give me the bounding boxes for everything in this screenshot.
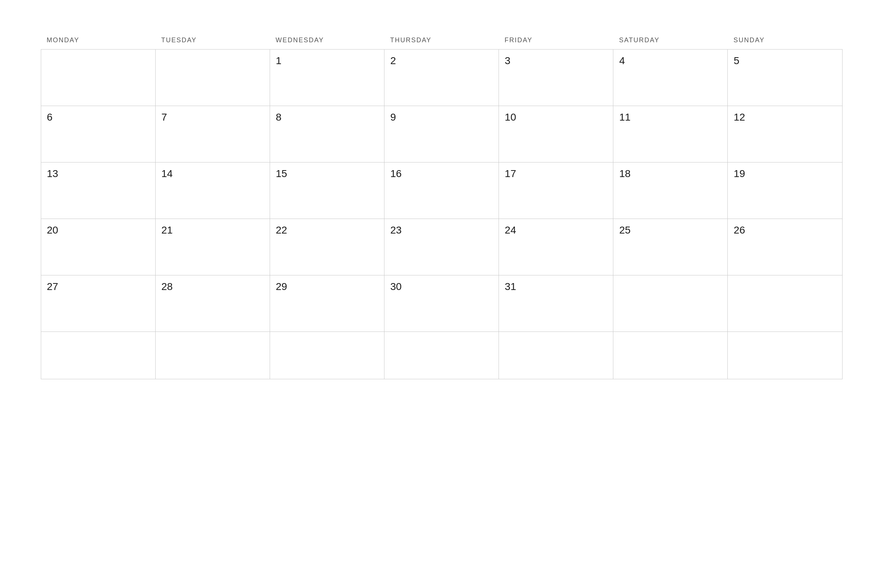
calendar-day-1[interactable]: 1 [270, 50, 384, 106]
calendar-day-21[interactable]: 21 [155, 219, 270, 275]
calendar-week-row: 13141516171819 [41, 162, 842, 219]
calendar-day-4[interactable]: 4 [613, 50, 728, 106]
calendar-day-20[interactable]: 20 [41, 219, 155, 275]
calendar-day-28[interactable]: 28 [155, 275, 270, 332]
calendar-day-11[interactable]: 11 [613, 106, 728, 162]
calendar-day-15[interactable]: 15 [270, 162, 384, 219]
day-number: 16 [390, 168, 402, 179]
day-number: 27 [47, 281, 58, 292]
day-number: 12 [734, 111, 745, 123]
day-number: 4 [619, 55, 625, 66]
day-number: 1 [276, 55, 282, 66]
calendar-day-19[interactable]: 19 [728, 162, 842, 219]
calendar-empty-cell [613, 275, 728, 332]
day-number: 14 [161, 168, 173, 179]
day-number: 25 [619, 224, 631, 236]
calendar-grid: MONDAYTUESDAYWEDNESDAYTHURSDAYFRIDAYSATU… [41, 33, 842, 379]
calendar-day-18[interactable]: 18 [613, 162, 728, 219]
day-number: 10 [505, 111, 516, 123]
calendar-empty-cell [499, 332, 613, 379]
calendar-empty-cell [155, 332, 270, 379]
calendar-day-10[interactable]: 10 [499, 106, 613, 162]
day-number: 11 [619, 111, 631, 123]
day-number: 18 [619, 168, 631, 179]
day-number: 29 [276, 281, 287, 292]
day-number: 15 [276, 168, 287, 179]
day-number: 7 [161, 111, 167, 123]
calendar-day-22[interactable]: 22 [270, 219, 384, 275]
calendar-container: MONDAYTUESDAYWEDNESDAYTHURSDAYFRIDAYSATU… [41, 33, 842, 379]
calendar-day-2[interactable]: 2 [384, 50, 499, 106]
day-number: 6 [47, 111, 53, 123]
calendar-empty-cell [41, 50, 155, 106]
calendar-day-16[interactable]: 16 [384, 162, 499, 219]
calendar-empty-cell [728, 275, 842, 332]
day-header-monday: MONDAY [41, 33, 155, 50]
day-number: 20 [47, 224, 58, 236]
calendar-week-row: 2728293031 [41, 275, 842, 332]
day-number: 24 [505, 224, 516, 236]
calendar-week-row [41, 332, 842, 379]
day-number: 13 [47, 168, 58, 179]
day-header-saturday: SATURDAY [613, 33, 728, 50]
day-number: 19 [734, 168, 745, 179]
day-number: 28 [161, 281, 173, 292]
day-number: 2 [390, 55, 396, 66]
day-header-wednesday: WEDNESDAY [270, 33, 384, 50]
calendar-empty-cell [270, 332, 384, 379]
calendar-day-30[interactable]: 30 [384, 275, 499, 332]
calendar-week-row: 12345 [41, 50, 842, 106]
day-number: 26 [734, 224, 745, 236]
calendar-empty-cell [384, 332, 499, 379]
calendar-day-17[interactable]: 17 [499, 162, 613, 219]
calendar-day-12[interactable]: 12 [728, 106, 842, 162]
day-header-thursday: THURSDAY [384, 33, 499, 50]
day-number: 8 [276, 111, 282, 123]
day-header-sunday: SUNDAY [728, 33, 842, 50]
calendar-empty-cell [613, 332, 728, 379]
day-number: 22 [276, 224, 287, 236]
calendar-day-5[interactable]: 5 [728, 50, 842, 106]
calendar-day-23[interactable]: 23 [384, 219, 499, 275]
calendar-day-8[interactable]: 8 [270, 106, 384, 162]
day-number: 30 [390, 281, 402, 292]
calendar-day-13[interactable]: 13 [41, 162, 155, 219]
day-number: 17 [505, 168, 516, 179]
days-of-week-row: MONDAYTUESDAYWEDNESDAYTHURSDAYFRIDAYSATU… [41, 33, 842, 50]
calendar-week-row: 20212223242526 [41, 219, 842, 275]
calendar-day-27[interactable]: 27 [41, 275, 155, 332]
calendar-day-14[interactable]: 14 [155, 162, 270, 219]
day-number: 9 [390, 111, 396, 123]
day-header-tuesday: TUESDAY [155, 33, 270, 50]
calendar-empty-cell [155, 50, 270, 106]
day-number: 31 [505, 281, 516, 292]
day-number: 3 [505, 55, 511, 66]
day-header-friday: FRIDAY [499, 33, 613, 50]
day-number: 5 [734, 55, 739, 66]
calendar-week-row: 6789101112 [41, 106, 842, 162]
calendar-empty-cell [41, 332, 155, 379]
calendar-day-26[interactable]: 26 [728, 219, 842, 275]
day-number: 23 [390, 224, 402, 236]
calendar-day-31[interactable]: 31 [499, 275, 613, 332]
calendar-day-24[interactable]: 24 [499, 219, 613, 275]
calendar-day-6[interactable]: 6 [41, 106, 155, 162]
calendar-day-3[interactable]: 3 [499, 50, 613, 106]
calendar-day-29[interactable]: 29 [270, 275, 384, 332]
calendar-day-25[interactable]: 25 [613, 219, 728, 275]
calendar-day-9[interactable]: 9 [384, 106, 499, 162]
calendar-day-7[interactable]: 7 [155, 106, 270, 162]
day-number: 21 [161, 224, 173, 236]
calendar-empty-cell [728, 332, 842, 379]
